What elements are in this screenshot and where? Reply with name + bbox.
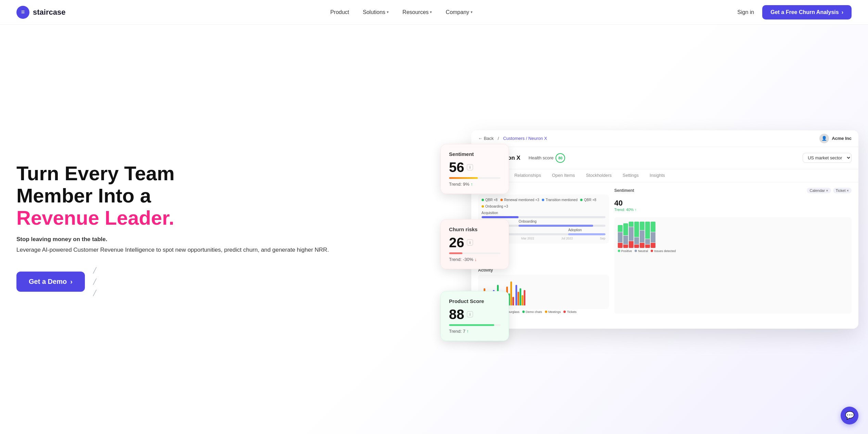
nav-product[interactable]: Product (325, 6, 355, 18)
sector-dropdown[interactable]: US market sector (803, 153, 852, 163)
arrow-icon: › (70, 278, 73, 286)
topbar-left: ← Back / Customers / Neuron X (478, 136, 547, 141)
cta-churn-button[interactable]: Get a Free Churn Analysis › (762, 5, 852, 19)
sentiment-value-block: 40 Trend: 40% ↑ (614, 199, 852, 212)
client-header: ⚡ Neuron X Health score 80 US market sec… (471, 147, 858, 169)
info-icon: i (467, 239, 473, 246)
chat-icon: 💬 (845, 411, 854, 420)
sentiment-header: Sentiment Calendar × Ticket × (614, 188, 852, 193)
tab-open-items[interactable]: Open Items (547, 169, 580, 182)
chevron-down-icon: ▾ (387, 10, 389, 14)
legend-qbr2: QBR +8 (580, 198, 596, 202)
legend-onboarding: Onboarding +3 (482, 205, 508, 208)
churn-fill (449, 252, 462, 254)
sentiment-legend: Positive Neutral Issues detected (618, 249, 848, 253)
sparkle-icon: ╱ (93, 278, 97, 285)
churn-card: Churn risks 26 i Trend: -30% ↓ (441, 219, 509, 269)
sentiment-label: Sentiment (614, 188, 634, 193)
acquisition-label: Acquisition (482, 211, 605, 215)
legend-transition: Transition mentioned (542, 198, 577, 202)
product-fill (449, 324, 494, 326)
chevron-down-icon: ▾ (471, 10, 473, 14)
sparkle-icon: ╱ (93, 290, 97, 296)
legend-issues: Issues detected (651, 249, 676, 253)
nav-resources[interactable]: Resources ▾ (397, 6, 437, 18)
hero-title: Turn Every Team Member Into a Revenue Le… (16, 162, 437, 229)
tab-stockholders[interactable]: Stockholders (580, 169, 617, 182)
bar-group (515, 285, 525, 305)
nav-company[interactable]: Company ▾ (440, 6, 478, 18)
info-icon: i (467, 164, 473, 170)
product-card: Product Score 88 i Trend: 7 ↑ (441, 291, 509, 341)
hero-section: Turn Every Team Member Into a Revenue Le… (0, 25, 868, 434)
avatar: 👤 (819, 134, 829, 143)
sign-in-button[interactable]: Sign in (737, 9, 754, 15)
filter-calendar[interactable]: Calendar × (807, 188, 831, 193)
filter-ticket[interactable]: Ticket × (833, 188, 852, 193)
legend-item: Tickets (563, 310, 576, 314)
product-trend: Trend: 7 ↑ (449, 329, 500, 334)
navigation: ≡ staircase Product Solutions ▾ Resource… (0, 0, 868, 25)
logo-icon: ≡ (16, 6, 29, 19)
timeline-bar-1 (482, 216, 605, 218)
company-name: Acme Inc (832, 136, 852, 141)
churn-progress-bar (449, 252, 500, 254)
onboarding-label: Onboarding (519, 220, 605, 223)
dashboard-topbar: ← Back / Customers / Neuron X 👤 Acme Inc (471, 130, 858, 147)
breadcrumb: Customers / Neuron X (503, 136, 547, 141)
chevron-down-icon: ▾ (430, 10, 432, 14)
filter-tags: Calendar × Ticket × (807, 188, 852, 193)
info-icon: i (467, 311, 473, 317)
arrow-icon: › (842, 9, 843, 15)
dashboard-card: ← Back / Customers / Neuron X 👤 Acme Inc… (471, 130, 858, 329)
topbar-right: 👤 Acme Inc (819, 134, 852, 143)
nav-right: Sign in Get a Free Churn Analysis › (737, 5, 852, 19)
legend-item: Demo chats (522, 310, 542, 314)
logo-text: staircase (33, 8, 65, 17)
nav-solutions[interactable]: Solutions ▾ (357, 6, 394, 18)
journey-labels: QBR +8 Renewal mentioned +3 Transition m… (482, 198, 605, 208)
tab-relationships[interactable]: Relationships (509, 169, 547, 182)
legend-neutral: Neutral (635, 249, 648, 253)
trend-up-icon: ↑ (471, 182, 473, 187)
legend-renewal: Renewal mentioned +3 (500, 198, 539, 202)
churn-trend: Trend: -30% ↓ (449, 257, 500, 262)
trend-up-icon: ↑ (467, 329, 469, 334)
sentiment-progress-bar (449, 177, 500, 179)
get-demo-button[interactable]: Get a Demo › (16, 272, 85, 292)
legend-qbr: QBR +8 (482, 198, 498, 202)
product-progress-bar (449, 324, 500, 326)
adoption-label: Adoption (568, 228, 605, 232)
hero-dashboard: Sentiment 56 i Trend: 9% ↑ Churn risks 2… (451, 123, 852, 336)
nav-links: Product Solutions ▾ Resources ▾ Company … (325, 6, 478, 18)
logo[interactable]: ≡ staircase (16, 6, 65, 19)
health-score: 80 (556, 153, 565, 163)
sentiment-trend: Trend: 9% ↑ (449, 182, 500, 187)
tab-insights[interactable]: Insights (644, 169, 671, 182)
hero-subtitle: Stop leaving money on the table. Leverag… (16, 235, 437, 254)
dashboard-content: Journey Phase QBR +8 Renewal mentioned +… (471, 182, 858, 319)
sentiment-bars (618, 221, 848, 248)
right-panel: Sentiment Calendar × Ticket × 40 Trend: … (614, 188, 852, 314)
sentiment-fill (449, 177, 478, 179)
chat-bubble[interactable]: 💬 (841, 407, 858, 424)
hero-left: Turn Every Team Member Into a Revenue Le… (16, 162, 451, 296)
health-badge: Health score 80 (528, 153, 565, 163)
tab-settings[interactable]: Settings (617, 169, 644, 182)
trend-down-icon: ↓ (474, 257, 477, 262)
sentiment-card: Sentiment 56 i Trend: 9% ↑ (441, 144, 509, 194)
legend-item: Meetings (545, 310, 561, 314)
sparkle-decoration: ╱ ╱ ╱ (93, 267, 97, 296)
legend-positive: Positive (618, 249, 632, 253)
back-link[interactable]: ← Back (478, 136, 494, 141)
sentiment-chart: Positive Neutral Issues detected (614, 217, 852, 314)
sparkle-icon: ╱ (93, 267, 97, 274)
dashboard-tabs: Overview Relationships Open Items Stockh… (471, 169, 858, 182)
